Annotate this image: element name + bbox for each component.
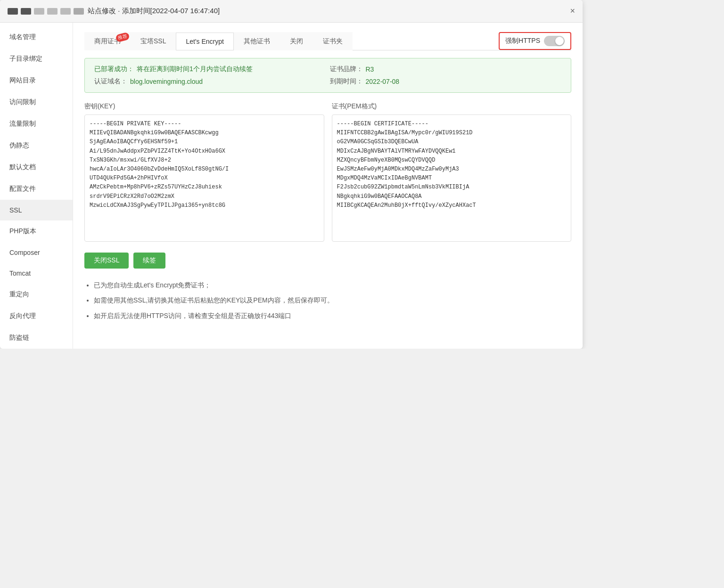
title-subtitle: 添加时间[2022-04-07 16:47:40] xyxy=(122,7,220,15)
banner-domain-label: 认证域名： xyxy=(94,77,127,86)
sidebar-item-pseudo[interactable]: 伪静态 xyxy=(0,135,73,156)
banner-expiry-row: 到期时间： 2022-07-08 xyxy=(330,77,562,86)
private-key-block: 密钥(KEY) xyxy=(84,102,324,243)
sidebar-item-composer[interactable]: Composer xyxy=(0,242,73,263)
banner-success-text: 已部署成功： xyxy=(94,65,134,74)
content-area: 域名管理 子目录绑定 网站目录 访问限制 流量限制 伪静态 默认文档 配置文件 … xyxy=(0,23,583,349)
sidebar-item-subdir[interactable]: 子目录绑定 xyxy=(0,48,73,70)
banner-success-row: 已部署成功： 将在距离到期时间1个月内尝试自动续签 xyxy=(94,65,326,74)
window-title: 站点修改 · 添加时间[2022-04-07 16:47:40] xyxy=(88,7,566,16)
dot-1 xyxy=(8,8,18,15)
banner-brand-row: 证书品牌： R3 xyxy=(330,65,562,74)
sidebar-item-tomcat[interactable]: Tomcat xyxy=(0,263,73,284)
close-ssl-button[interactable]: 关闭SSL xyxy=(84,253,129,269)
sidebar-item-redirect[interactable]: 重定向 xyxy=(0,284,73,305)
title-separator: · xyxy=(118,7,122,15)
dot-4 xyxy=(47,8,58,15)
tab-commercial-badge: 推荐 xyxy=(115,32,130,43)
tab-baota[interactable]: 宝塔SSL xyxy=(131,32,176,50)
sidebar-item-proxy[interactable]: 反向代理 xyxy=(0,305,73,327)
toggle-knob xyxy=(555,37,564,45)
tabs-row: 商用证书 推荐 宝塔SSL Let's Encrypt 其他证书 关闭 证书夹 … xyxy=(84,32,571,50)
sidebar-item-access[interactable]: 访问限制 xyxy=(0,91,73,113)
banner-expiry-value: 2022-07-08 xyxy=(366,78,400,85)
renew-button[interactable]: 续签 xyxy=(133,253,165,269)
banner-domain-value: blog.lovemingming.cloud xyxy=(130,78,203,85)
success-banner: 已部署成功： 将在距离到期时间1个月内尝试自动续签 证书品牌： R3 认证域名：… xyxy=(84,58,571,93)
sidebar-item-ssl[interactable]: SSL xyxy=(0,200,73,220)
https-toggle-label: 强制HTTPS xyxy=(505,37,540,45)
tab-close[interactable]: 关闭 xyxy=(280,32,313,50)
sidebar-item-traffic[interactable]: 流量限制 xyxy=(0,113,73,135)
banner-expiry-label: 到期时间： xyxy=(330,77,363,86)
tab-commercial[interactable]: 商用证书 推荐 xyxy=(84,32,131,50)
title-text: 站点修改 xyxy=(88,7,116,15)
dot-2 xyxy=(21,8,31,15)
sidebar-item-php[interactable]: PHP版本 xyxy=(0,220,73,242)
dot-6 xyxy=(74,8,84,15)
cert-block: 证书(PEM格式) xyxy=(332,102,572,243)
close-button[interactable]: × xyxy=(570,6,575,16)
cert-title: 证书(PEM格式) xyxy=(332,102,572,111)
notes-list: 已为您自动生成Let's Encrypt免费证书； 如需使用其他SSL,请切换其… xyxy=(84,280,571,321)
banner-brand-value: R3 xyxy=(366,65,374,73)
sidebar-item-webdir[interactable]: 网站目录 xyxy=(0,70,73,91)
note-item-2: 如需使用其他SSL,请切换其他证书后粘贴您的KEY以及PEM内容，然后保存即可。 xyxy=(94,295,571,305)
titlebar-decorations xyxy=(8,8,84,15)
tab-letsencrypt[interactable]: Let's Encrypt xyxy=(176,33,234,50)
banner-brand-label: 证书品牌： xyxy=(330,65,363,74)
keys-section: 密钥(KEY) 证书(PEM格式) xyxy=(84,102,571,243)
private-key-textarea[interactable] xyxy=(84,114,324,242)
banner-domain-row: 认证域名： blog.lovemingming.cloud xyxy=(94,77,326,86)
https-toggle-switch[interactable] xyxy=(544,36,565,46)
action-buttons: 关闭SSL 续签 xyxy=(84,253,571,269)
dot-5 xyxy=(60,8,71,15)
cert-textarea[interactable] xyxy=(332,114,572,242)
note-item-1: 已为您自动生成Let's Encrypt免费证书； xyxy=(94,280,571,290)
tab-certfolder[interactable]: 证书夹 xyxy=(313,32,353,50)
private-key-title: 密钥(KEY) xyxy=(84,102,324,111)
https-toggle-container: 强制HTTPS xyxy=(499,32,571,50)
sidebar-item-default[interactable]: 默认文档 xyxy=(0,156,73,178)
sidebar-item-config[interactable]: 配置文件 xyxy=(0,178,73,200)
tab-other[interactable]: 其他证书 xyxy=(234,32,280,50)
note-item-3: 如开启后无法使用HTTPS访问，请检查安全组是否正确放行443端口 xyxy=(94,310,571,321)
banner-success-detail: 将在距离到期时间1个月内尝试自动续签 xyxy=(137,65,253,74)
titlebar: 站点修改 · 添加时间[2022-04-07 16:47:40] × xyxy=(0,0,583,23)
dot-3 xyxy=(34,8,44,15)
main-panel: 商用证书 推荐 宝塔SSL Let's Encrypt 其他证书 关闭 证书夹 … xyxy=(73,23,583,349)
sidebar-item-domain[interactable]: 域名管理 xyxy=(0,26,73,48)
sidebar-item-antichain[interactable]: 防盗链 xyxy=(0,327,73,349)
sidebar: 域名管理 子目录绑定 网站目录 访问限制 流量限制 伪静态 默认文档 配置文件 … xyxy=(0,23,73,349)
